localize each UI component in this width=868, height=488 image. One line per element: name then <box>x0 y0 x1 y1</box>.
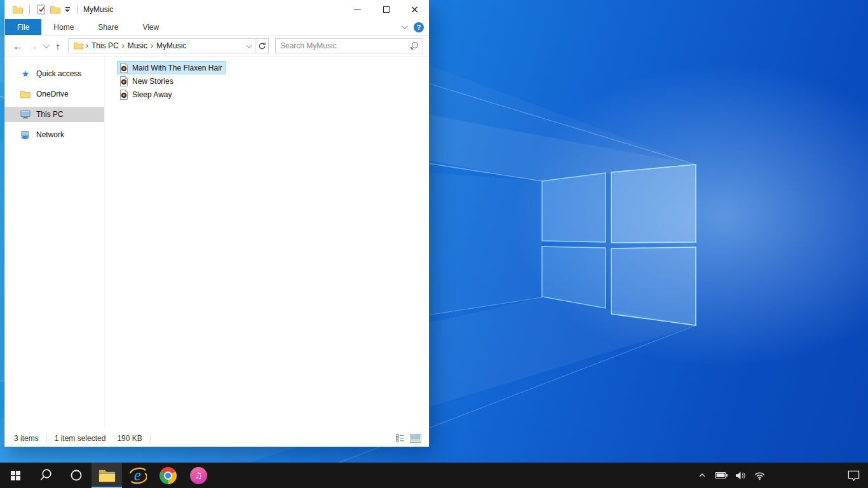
close-icon: × <box>410 4 419 15</box>
status-selection-size: 190 KB <box>117 434 150 443</box>
taskbar-clock-area <box>770 463 836 488</box>
sidebar-item-label: Network <box>36 130 64 139</box>
taskbar-search-button[interactable] <box>31 463 61 488</box>
network-icon <box>20 130 31 140</box>
file-name: New Stories <box>132 77 173 86</box>
chevron-up-icon <box>698 471 707 480</box>
details-view-button[interactable] <box>396 434 405 442</box>
tab-file[interactable]: File <box>5 19 41 35</box>
itunes-icon: ♫ <box>190 467 207 484</box>
audio-file-icon <box>119 76 129 86</box>
breadcrumb-mymusic[interactable]: MyMusic <box>154 41 188 50</box>
caption-buttons: × <box>343 0 429 19</box>
sidebar-item-quick-access[interactable]: ★ Quick access <box>4 66 104 81</box>
search-icon <box>39 468 53 482</box>
explorer-window-icon <box>12 4 24 15</box>
titlebar: MyMusic × <box>4 0 429 19</box>
file-list[interactable]: Maid With The Flaxen Hair New Stories <box>105 57 429 430</box>
titlebar-separator <box>77 5 78 14</box>
windows-logo-icon <box>10 470 21 481</box>
file-name: Sleep Away <box>132 90 172 99</box>
sidebar-item-label: This PC <box>36 110 64 119</box>
maximize-button[interactable] <box>372 0 400 19</box>
sidebar-item-this-pc[interactable]: This PC <box>4 107 104 122</box>
search-box[interactable] <box>275 38 423 53</box>
audio-file-icon <box>119 90 129 100</box>
forward-button[interactable]: → <box>25 41 41 51</box>
refresh-icon <box>258 42 266 50</box>
sidebar-item-onedrive[interactable]: OneDrive <box>4 86 104 102</box>
network-wifi-button[interactable] <box>751 463 768 488</box>
taskbar-chrome-button[interactable] <box>153 463 183 488</box>
window-title: MyMusic <box>83 5 113 14</box>
taskbar-file-explorer-button[interactable] <box>92 463 122 488</box>
cortana-button[interactable] <box>61 463 92 488</box>
onedrive-folder-icon <box>20 89 31 99</box>
help-button[interactable]: ? <box>414 22 424 32</box>
battery-icon <box>715 471 728 479</box>
thumbnail-preview-icon <box>411 435 420 442</box>
close-button[interactable]: × <box>400 0 429 19</box>
recent-locations-button[interactable] <box>41 44 50 48</box>
breadcrumb-separator-icon: › <box>85 41 90 50</box>
search-input[interactable] <box>280 41 410 50</box>
status-bar: 3 items 1 item selected 190 KB <box>4 430 429 447</box>
titlebar-separator <box>29 5 30 14</box>
tab-view[interactable]: View <box>130 19 171 35</box>
action-center-button[interactable] <box>839 463 868 488</box>
breadcrumb-separator-icon: › <box>149 41 154 50</box>
back-button[interactable]: ← <box>10 41 25 51</box>
address-bar[interactable]: › This PC › Music › MyMusic <box>68 38 255 53</box>
address-folder-icon <box>73 40 83 51</box>
up-button[interactable]: ↑ <box>50 41 65 51</box>
navigation-bar: ← → ↑ › This PC › Music › MyMusic <box>4 36 429 57</box>
file-item-new-stories[interactable]: New Stories <box>117 74 177 88</box>
refresh-button[interactable] <box>255 38 269 53</box>
navigation-pane: ★ Quick access OneDrive <box>4 57 105 430</box>
system-tray <box>694 463 868 488</box>
new-folder-button[interactable] <box>50 4 61 15</box>
large-icons-view-button[interactable] <box>410 434 421 443</box>
volume-button[interactable] <box>732 463 749 488</box>
breadcrumb-music[interactable]: Music <box>126 41 149 50</box>
sidebar-item-label: Quick access <box>36 69 81 78</box>
status-selection: 1 item selected <box>55 434 114 443</box>
tab-home[interactable]: Home <box>41 19 86 35</box>
properties-button[interactable] <box>36 4 47 15</box>
sidebar-item-label: OneDrive <box>36 90 69 98</box>
sidebar-item-network[interactable]: Network <box>4 127 104 142</box>
taskbar-itunes-button[interactable]: ♫ <box>183 463 214 488</box>
monitor-icon <box>20 109 31 119</box>
tab-share[interactable]: Share <box>86 19 130 35</box>
audio-file-icon <box>119 63 129 73</box>
breadcrumb-separator-icon: › <box>121 41 126 50</box>
search-icon <box>410 42 418 50</box>
cortana-circle-icon <box>70 469 83 482</box>
taskbar: e ♫ <box>0 463 868 488</box>
file-item-maid-with-the-flaxen-hair[interactable]: Maid With The Flaxen Hair <box>117 61 226 74</box>
action-center-icon <box>847 470 860 482</box>
minimize-button[interactable] <box>343 0 372 19</box>
wifi-icon <box>754 471 766 480</box>
chrome-icon <box>159 467 177 484</box>
speaker-icon <box>735 471 747 480</box>
file-name: Maid With The Flaxen Hair <box>132 64 222 72</box>
start-button[interactable] <box>0 463 31 488</box>
desktop: MyMusic × File Home Share View ? ← → <box>0 0 868 488</box>
expand-ribbon-icon[interactable] <box>402 23 408 29</box>
status-item-count: 3 items <box>14 434 47 443</box>
customize-quick-access-toolbar-button[interactable] <box>64 7 71 12</box>
quick-access-star-icon: ★ <box>20 69 31 79</box>
show-hidden-icons-button[interactable] <box>694 463 710 488</box>
file-explorer-icon <box>98 468 116 482</box>
breadcrumb-this-pc[interactable]: This PC <box>90 41 121 50</box>
window-body: ★ Quick access OneDrive <box>4 57 429 430</box>
taskbar-internet-explorer-button[interactable]: e <box>122 463 153 488</box>
battery-status-button[interactable] <box>713 463 729 488</box>
internet-explorer-icon: e <box>128 466 147 485</box>
address-dropdown-button[interactable] <box>241 44 255 48</box>
file-item-sleep-away[interactable]: Sleep Away <box>117 88 176 101</box>
ribbon-tabs: File Home Share View ? <box>4 19 429 36</box>
file-explorer-window: MyMusic × File Home Share View ? ← → <box>4 0 429 447</box>
